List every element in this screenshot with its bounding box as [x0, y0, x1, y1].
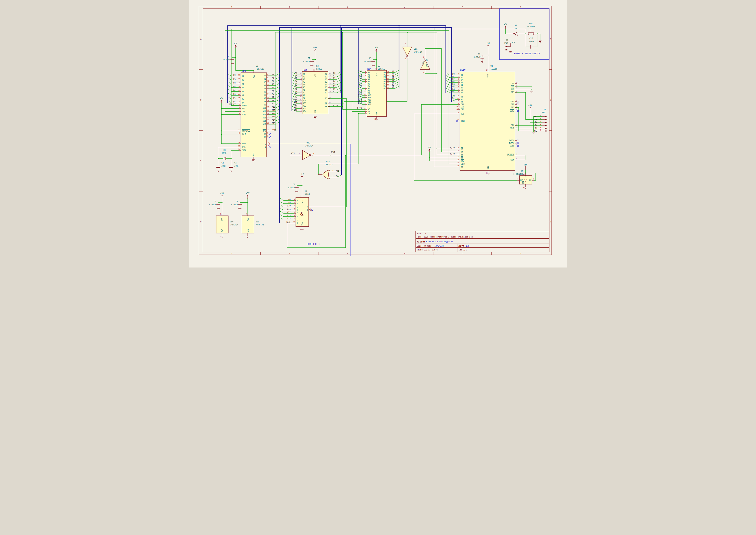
- svg-text:10: 10: [516, 124, 517, 125]
- svg-text:2: 2: [301, 104, 302, 106]
- svg-text:1: 1: [251, 159, 253, 160]
- svg-text:0.01uF: 0.01uF: [364, 60, 371, 63]
- svg-text:Q6: Q6: [325, 89, 327, 91]
- svg-text:GND: GND: [221, 229, 223, 232]
- svg-text:D5: D5: [392, 82, 394, 84]
- svg-text:ROM: ROM: [367, 68, 371, 70]
- svg-text:XOUT: XOUT: [461, 120, 465, 122]
- svg-text:+5V: +5V: [220, 97, 223, 99]
- svg-text:DCD: DCD: [511, 85, 514, 87]
- svg-text:G: G: [297, 219, 298, 221]
- svg-text:+5V: +5V: [528, 104, 532, 106]
- svg-text:R/!W: R/!W: [450, 153, 455, 155]
- svg-text:0.01uF: 0.01uF: [231, 204, 238, 206]
- svg-text:A6: A6: [295, 88, 297, 90]
- svg-text:30: 30: [238, 78, 240, 80]
- svg-text:10: 10: [267, 80, 269, 82]
- svg-text:26: 26: [300, 106, 302, 108]
- svg-text:3: 3: [301, 91, 302, 93]
- svg-text:D3: D3: [233, 85, 236, 88]
- svg-text:A4: A4: [360, 79, 362, 82]
- svg-text:UART: UART: [460, 69, 465, 71]
- svg-text:5: 5: [294, 208, 295, 210]
- ic-u8e[interactable]: 14VCC7GND: [242, 213, 254, 237]
- svg-text:20: 20: [267, 113, 269, 114]
- svg-text:D0: D0: [384, 71, 386, 73]
- svg-text:A14: A14: [359, 102, 362, 104]
- svg-text:A0: A0: [461, 96, 463, 98]
- ic-u4[interactable]: 1D0D02D1D13D2D24D3D35D4D46D5D57D6D68D7D7…: [450, 69, 519, 174]
- svg-text:A5: A5: [264, 91, 266, 93]
- svg-text:12: 12: [329, 75, 331, 76]
- svg-text:A5: A5: [360, 82, 362, 84]
- svg-text:A1: A1: [295, 75, 297, 77]
- svg-text:6: 6: [313, 153, 314, 155]
- svg-text:+5V: +5V: [375, 46, 378, 48]
- svg-text:Q7: Q7: [325, 92, 327, 94]
- svg-text:A13: A13: [368, 101, 371, 103]
- svg-text:DSR: DSR: [511, 88, 514, 90]
- svg-text:A4: A4: [303, 84, 305, 86]
- kicad-schematic-canvas[interactable]: 6309 Board Prototype #1 112233445566AABB…: [189, 0, 567, 268]
- svg-text:5: 5: [462, 252, 463, 255]
- svg-text:D: D: [297, 209, 298, 211]
- svg-text:100nF: 100nF: [528, 41, 534, 43]
- svg-text:A5: A5: [303, 87, 305, 88]
- svg-text:MRDY: MRDY: [242, 143, 246, 145]
- svg-text:74HCT04: 74HCT04: [230, 224, 238, 226]
- svg-text:D6: D6: [452, 88, 455, 90]
- svg-text:13: 13: [387, 75, 389, 77]
- svg-text:15: 15: [516, 153, 517, 155]
- svg-text:!A15: !A15: [331, 151, 335, 153]
- svg-text:J: J: [307, 210, 308, 211]
- svg-text:7: 7: [300, 229, 302, 230]
- svg-text:GND: GND: [534, 115, 537, 118]
- svg-text:D3: D3: [242, 87, 244, 89]
- svg-text:11: 11: [387, 70, 389, 72]
- svg-text:U8A: U8A: [326, 160, 330, 163]
- svg-text:11: 11: [329, 72, 331, 74]
- svg-text:D0: D0: [233, 74, 236, 76]
- svg-text:A8: A8: [360, 89, 362, 91]
- svg-text:9: 9: [365, 73, 366, 75]
- svg-text:1: 1: [458, 73, 459, 75]
- svg-text:D4: D4: [233, 89, 236, 92]
- svg-text:A11: A11: [294, 101, 297, 103]
- svg-text:C6: C6: [478, 53, 480, 55]
- svg-text:6: 6: [365, 80, 366, 81]
- svg-text:3: 3: [423, 71, 424, 73]
- svg-text:A4: A4: [272, 87, 274, 89]
- svg-text:15: 15: [267, 97, 269, 98]
- svg-text:R/!W: R/!W: [333, 104, 338, 106]
- svg-text:U6: U6: [305, 190, 308, 192]
- svg-text:CS: CS: [325, 98, 327, 99]
- svg-text:A1: A1: [368, 74, 370, 76]
- svg-text:D5: D5: [242, 95, 244, 97]
- svg-text:4: 4: [540, 124, 541, 125]
- ic-u5g[interactable]: 14VCC7GND: [216, 213, 228, 237]
- svg-text:R/!W: R/!W: [450, 147, 455, 149]
- svg-text:10: 10: [300, 72, 302, 74]
- svg-text:A12: A12: [263, 114, 266, 116]
- svg-text:Sheet: /: Sheet: /: [417, 233, 426, 235]
- svg-text:22: 22: [267, 119, 269, 121]
- svg-text:D1: D1: [461, 77, 463, 79]
- svg-text:26: 26: [364, 100, 366, 102]
- svg-text:28: 28: [238, 86, 240, 87]
- svg-text:2: 2: [289, 252, 290, 255]
- svg-text:3: 3: [239, 110, 240, 111]
- svg-text:A13: A13: [303, 108, 306, 110]
- svg-text:28: 28: [374, 68, 376, 70]
- svg-text:6: 6: [458, 86, 459, 88]
- svg-text:1: 1: [405, 43, 406, 45]
- svg-text:R/!W: R/!W: [357, 107, 362, 109]
- svg-text:TXRDY: TXRDY: [509, 142, 514, 144]
- svg-text:R/!W: R/!W: [272, 129, 276, 131]
- svg-text:32: 32: [267, 129, 269, 131]
- svg-text:1.0: 1.0: [466, 245, 469, 247]
- svg-text:A11: A11: [272, 109, 275, 111]
- svg-text:U5B: U5B: [422, 62, 424, 65]
- svg-text:A9: A9: [295, 96, 297, 98]
- svg-text:D0: D0: [392, 70, 394, 72]
- svg-text:A10: A10: [272, 106, 275, 108]
